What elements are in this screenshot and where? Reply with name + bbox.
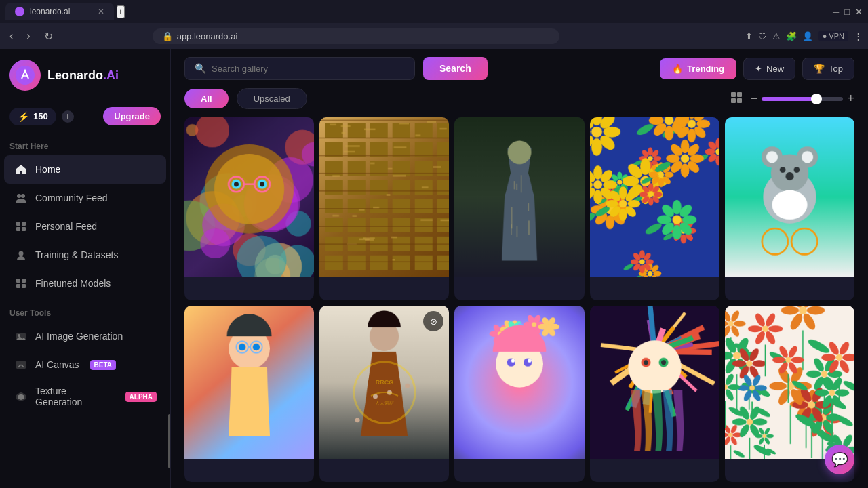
dark-action-slash[interactable]: ⊘ [423,311,443,331]
finetuned-label: Finetuned Models [35,278,111,289]
reload-button[interactable]: ↻ [40,28,57,44]
gallery-item-dark-woman[interactable]: ⊘ RRCG 人人素材 [319,306,449,482]
new-tab-button[interactable]: + [117,5,125,18]
personal-feed-label: Personal Feed [35,221,97,232]
sidebar-item-ai-image[interactable]: AI Image Generation [4,322,166,350]
lion-action-expand[interactable]: ⤢ [288,123,309,143]
profile-icon[interactable]: 👤 [802,31,813,41]
upgrade-button[interactable]: Upgrade [103,107,161,125]
lion-action-cmd[interactable]: ⌘ [239,123,260,143]
active-tab[interactable]: leonardo.ai ✕ [5,3,114,20]
trending-button[interactable]: 🔥 Trending [660,58,736,79]
sidebar-item-texture[interactable]: Texture Generation ALPHA [4,379,166,414]
gallery-item-egyptian[interactable]: ⌘ ⊘ ⤢ [319,117,449,300]
egyptian-action-expand[interactable]: ⤢ [423,123,443,143]
sidebar-item-home[interactable]: Home [4,155,166,184]
share-icon[interactable]: ⬆ [745,31,753,41]
logo-suffix: .Ai [103,68,119,82]
svg-rect-3 [16,222,20,226]
topbar: 🔍 Search 🔥 Trending ✦ New 🏆 Top [171,49,868,88]
ai-canvas-icon [14,357,28,372]
sidebar-item-finetuned[interactable]: Finetuned Models [4,269,166,298]
gallery-item-colorful-face[interactable]: ⌘ ⊘ [590,306,719,482]
filter-upscaled-button[interactable]: Upscaled [237,88,307,109]
chat-bubble-button[interactable]: 💬 [825,445,854,474]
minimize-icon[interactable]: ─ [833,7,839,17]
gallery-item-flowers[interactable]: ⌘ [590,117,719,300]
tab-title: leonardo.ai [30,7,70,16]
search-icon: 🔍 [195,63,206,74]
tab-close-icon[interactable]: ✕ [98,7,104,16]
egyptian-action-slash[interactable]: ⊘ [399,123,419,143]
search-input[interactable] [212,64,405,74]
maximize-icon[interactable]: □ [844,7,850,17]
egyptian-action-cmd[interactable]: ⌘ [374,123,395,143]
app-container: Leonardo.Ai ⚡ 150 i Upgrade Start Here H… [0,49,868,488]
koala-action-cmd[interactable]: ⌘ [804,123,825,143]
new-label: New [766,64,784,74]
zoom-slider[interactable] [762,97,843,101]
search-button[interactable]: Search [423,57,488,80]
gallery-item-pink-girl[interactable]: ⌘ ⊘ ⤢ [454,306,584,482]
sidebar-item-personal-feed[interactable]: Personal Feed [4,212,166,241]
trending-icon: 🔥 [672,64,683,74]
svg-point-0 [16,66,35,85]
flowers-action-cmd[interactable]: ⌘ [694,123,714,143]
new-button[interactable]: ✦ New [743,58,795,80]
filter-all-button[interactable]: All [184,89,229,108]
back-button[interactable]: ‹ [5,28,17,43]
credits-value: 150 [33,111,48,121]
zoom-minus-button[interactable]: − [751,92,758,106]
gallery-item-anime-girl[interactable]: ⌘ ⊘ ⤢ [184,306,314,482]
sidebar-item-training[interactable]: Training & Datasets [4,241,166,269]
sidebar-logo[interactable]: Leonardo.Ai [0,49,170,102]
logo-text: Leonardo.Ai [47,68,119,83]
svg-rect-6 [22,227,26,231]
menu-icon[interactable]: ⋮ [854,31,863,41]
browser-tabs: leonardo.ai ✕ + ─ □ ✕ [0,0,868,23]
forward-button[interactable]: › [22,28,34,43]
gallery-item-warrior[interactable]: ⌘ ⊘ ⤢ [454,117,584,300]
zoom-plus-button[interactable]: + [847,92,854,106]
colorful-action-cmd[interactable]: ⌘ [669,311,690,331]
grid-view-icon[interactable] [728,89,745,109]
new-icon: ✦ [755,64,762,74]
svg-rect-10 [16,284,20,288]
logo-avatar [9,60,41,91]
gallery-item-koala[interactable]: ⌘ ⊘ [725,117,854,300]
pink-action-slash[interactable]: ⊘ [534,311,555,331]
pink-action-expand[interactable]: ⤢ [559,311,579,331]
top-button[interactable]: 🏆 Top [802,58,854,80]
filterbar: All Upscaled − + [171,88,868,117]
texture-icon [14,389,28,404]
credits-row: ⚡ 150 i Upgrade [0,102,170,131]
search-box: 🔍 [184,57,415,80]
warrior-action-cmd[interactable]: ⌘ [510,123,530,143]
colorful-action-slash[interactable]: ⊘ [694,311,714,331]
svg-point-13 [18,334,20,337]
info-icon[interactable]: i [62,110,74,123]
anime-action-expand[interactable]: ⤢ [288,311,309,331]
svg-rect-8 [16,279,20,283]
gallery: ⌘ ⊘ ⤢ ⌘ ⊘ ⤢ [171,117,868,488]
gallery-item-lion[interactable]: ⌘ ⊘ ⤢ [184,117,314,300]
warrior-action-expand[interactable]: ⤢ [559,123,579,143]
sidebar-item-community-feed[interactable]: Community Feed [4,184,166,212]
pink-action-cmd[interactable]: ⌘ [510,311,530,331]
top-label: Top [829,64,843,74]
koala-action-slash[interactable]: ⊘ [829,123,849,143]
credits-badge: ⚡ 150 [9,108,56,125]
svg-rect-11 [22,284,26,288]
shield-icon[interactable]: 🛡 [758,31,767,41]
warrior-action-slash[interactable]: ⊘ [534,123,555,143]
anime-action-cmd[interactable]: ⌘ [239,311,260,331]
sidebar-item-ai-canvas[interactable]: AI Canvas BETA [4,350,166,379]
alert-icon[interactable]: ⚠ [772,31,781,41]
anime-action-slash[interactable]: ⊘ [264,311,284,331]
extension-icon[interactable]: 🧩 [786,31,797,41]
address-bar[interactable]: 🔒 app.leonardo.ai [153,28,559,44]
close-window-icon[interactable]: ✕ [855,7,863,17]
lion-action-slash[interactable]: ⊘ [264,123,284,143]
svg-rect-15 [731,92,736,97]
svg-rect-18 [737,98,742,103]
